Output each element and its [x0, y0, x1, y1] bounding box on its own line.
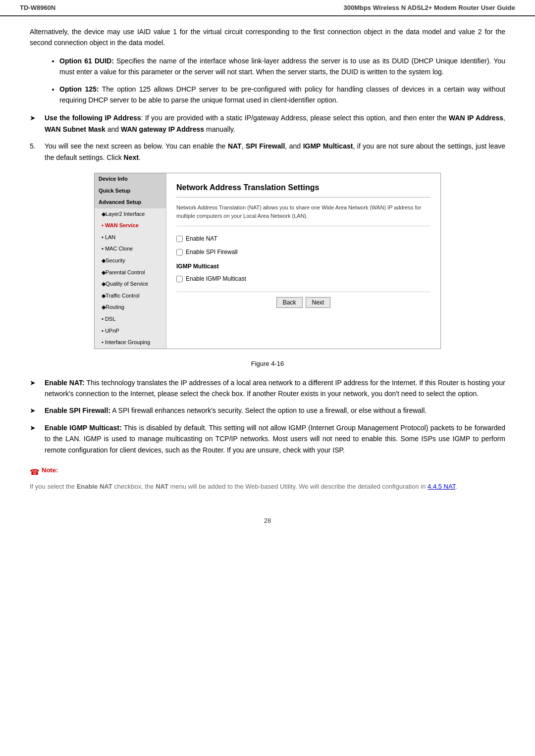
bullet-item-1: Option 61 DUID: Specifies the name of th…	[59, 55, 505, 78]
numbered-item-5: 5. You will see the next screen as below…	[30, 141, 505, 163]
arrow-enable-spi-text: Enable SPI Firewall: A SPI firewall enha…	[45, 405, 427, 416]
figure-caption: Figure 4-16	[30, 359, 505, 369]
checkbox-igmp-label: Enable IGMP Multicast	[186, 274, 246, 284]
bullet-list: Option 61 DUID: Specifies the name of th…	[59, 55, 505, 106]
figure-panel-title: Network Address Translation Settings	[176, 181, 430, 198]
arrow-item-ip: ➤ Use the following IP Address: If you a…	[30, 112, 505, 135]
sidebar-item-security[interactable]: ◆Security	[95, 255, 166, 267]
bullet-2-label: Option 125:	[59, 85, 99, 93]
figure-sidebar: Device Info Quick Setup Advanced Setup ◆…	[95, 173, 166, 349]
checkbox-enable-nat-label: Enable NAT	[186, 234, 217, 244]
back-button[interactable]: Back	[276, 297, 303, 308]
note-text: If you select the Enable NAT checkbox, t…	[30, 482, 505, 492]
sidebar-item-parental-control[interactable]: ◆Parental Control	[95, 267, 166, 279]
sidebar-item-upnp[interactable]: • UPnP	[95, 325, 166, 337]
sidebar-item-mac-clone[interactable]: • MAC Clone	[95, 243, 166, 255]
figure-panel-description: Network Address Translation (NAT) allows…	[176, 203, 430, 226]
sidebar-item-quick-setup[interactable]: Quick Setup	[95, 185, 166, 197]
intro-paragraph: Alternatively, the device may use IAID v…	[30, 26, 505, 49]
bullet-2-text: The option 125 allows DHCP server to be …	[59, 85, 505, 104]
bullet-1-label: Option 61 DUID:	[59, 57, 114, 65]
arrow-enable-igmp-text: Enable IGMP Multicast: This is disabled …	[45, 422, 505, 455]
checkbox-enable-spi-row: Enable SPI Firewall	[176, 248, 430, 257]
note-phone-icon: ☎	[30, 466, 40, 479]
igmp-section-label: IGMP Multicast	[176, 262, 430, 271]
figure-container: Device Info Quick Setup Advanced Setup ◆…	[94, 173, 441, 349]
sidebar-item-dsl[interactable]: • DSL	[95, 313, 166, 325]
figure-main-panel: Network Address Translation Settings Net…	[166, 173, 440, 349]
arrow-item-enable-igmp: ➤ Enable IGMP Multicast: This is disable…	[30, 422, 505, 455]
arrow-icon-3: ➤	[30, 405, 45, 416]
main-content: Alternatively, the device may use IAID v…	[0, 16, 535, 502]
sidebar-item-layer2[interactable]: ◆Layer2 Interface	[95, 208, 166, 220]
sidebar-item-advanced-setup[interactable]: Advanced Setup	[95, 197, 166, 208]
page-title: 300Mbps Wireless N ADSL2+ Modem Router U…	[343, 4, 515, 11]
arrow-item-ip-text: Use the following IP Address: If you are…	[45, 112, 505, 135]
next-button[interactable]: Next	[306, 297, 331, 308]
checkbox-enable-spi-label: Enable SPI Firewall	[186, 248, 238, 257]
item-number-5: 5.	[30, 141, 45, 163]
page-header: TD-W8960N 300Mbps Wireless N ADSL2+ Mode…	[0, 0, 535, 16]
checkbox-igmp-row: Enable IGMP Multicast	[176, 274, 430, 284]
figure-buttons: Back Next	[176, 292, 430, 308]
note-section: ☎ Note: If you select the Enable NAT che…	[30, 465, 505, 492]
arrow-item-enable-nat: ➤ Enable NAT: This technology translates…	[30, 377, 505, 400]
arrow-enable-nat-text: Enable NAT: This technology translates t…	[45, 377, 505, 400]
note-link-nat[interactable]: 4.4.5 NAT	[428, 483, 455, 490]
arrow-icon-2: ➤	[30, 377, 45, 388]
sidebar-item-lan[interactable]: • LAN	[95, 232, 166, 244]
checkbox-enable-spi[interactable]	[176, 249, 183, 255]
sidebar-item-traffic-control[interactable]: ◆Traffic Control	[95, 290, 166, 302]
arrow-icon-4: ➤	[30, 422, 45, 433]
checkbox-enable-nat[interactable]	[176, 236, 183, 242]
sidebar-item-qos[interactable]: ◆Quality of Service	[95, 278, 166, 290]
bullet-1-text: Specifies the name of the interface whos…	[59, 57, 505, 76]
brand-label: TD-W8960N	[20, 4, 55, 11]
arrow-icon-1: ➤	[30, 112, 45, 123]
sidebar-item-routing[interactable]: ◆Routing	[95, 302, 166, 313]
checkbox-enable-nat-row: Enable NAT	[176, 234, 430, 244]
sidebar-item-interface-grouping[interactable]: • Interface Grouping	[95, 337, 166, 349]
sidebar-item-device-info[interactable]: Device Info	[95, 173, 166, 185]
arrow-item-enable-spi: ➤ Enable SPI Firewall: A SPI firewall en…	[30, 405, 505, 416]
note-label: Note:	[42, 465, 58, 476]
item-5-text: You will see the next screen as below. Y…	[45, 141, 505, 163]
bullet-item-2: Option 125: The option 125 allows DHCP s…	[59, 84, 505, 106]
page-number: 28	[0, 517, 535, 524]
checkbox-igmp[interactable]	[176, 276, 183, 282]
sidebar-item-wan-service[interactable]: • WAN Service	[95, 220, 166, 232]
